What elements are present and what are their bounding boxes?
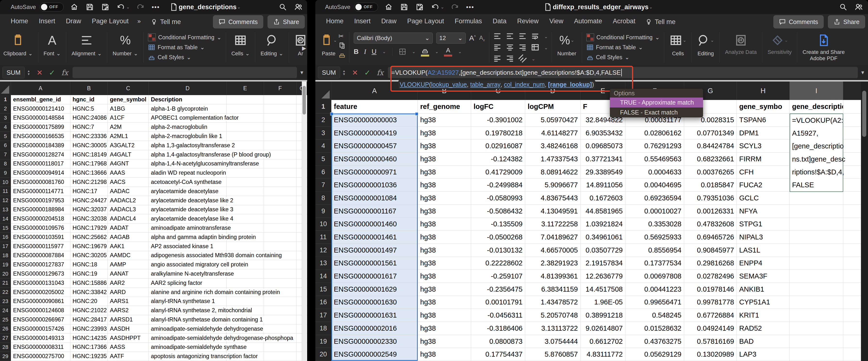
cell-ref-genome[interactable]: hg38 [418,270,471,283]
sensitivity-button[interactable]: ⌄ Sensitivity [764,30,795,65]
cell-ref-genome[interactable]: hg38 [418,218,471,231]
cell-logfc[interactable]: 0.41729009 [471,166,525,179]
ribbon-tab[interactable]: Data [493,18,506,26]
save-as-icon[interactable] [100,2,110,12]
cell-logcpm[interactable]: 4.66570005 [525,244,581,257]
cell-pvalue[interactable]: 0.00441223 [625,283,684,296]
align-left-icon[interactable] [493,43,501,52]
row-header[interactable]: 25 [0,315,11,324]
undo-icon[interactable] [116,2,126,12]
cell[interactable]: feature [331,100,418,114]
cell[interactable] [226,122,264,132]
row-header[interactable]: 6 [315,166,331,179]
cell-gene-symbol[interactable]: AADAT [108,223,149,233]
cell-hgnc-id[interactable]: HGNC:7 [70,122,108,132]
option-true-approximate[interactable]: TRUE - Approximate match [610,97,703,108]
cell-logcpm[interactable]: 4.61148277 [525,127,581,140]
save-as-icon[interactable] [415,2,425,12]
search-icon[interactable] [838,2,848,12]
cell-pvalue[interactable]: 0.05629129 [625,348,684,361]
formula-input[interactable]: =VLOOKUP(A2:A15927,[gene_descriptions.tx… [388,67,858,78]
title-chevron-icon[interactable]: ⌄ [649,4,653,10]
cell-gene-symbol[interactable]: AAGAB [108,233,149,242]
cell-hgnc-id[interactable]: HGNC:21022 [70,306,108,315]
cell-hgnc-id[interactable]: HGNC:5 [70,104,108,114]
cell-description[interactable]: acetoacetyl-CoA synthetase [149,178,226,187]
cell-logcpm[interactable]: 4.83675443 [525,192,581,205]
cell-gene-symbol[interactable]: AARSD1 [108,315,149,324]
cell-logfc[interactable]: 0.0800873 [471,335,525,348]
cell-logcpm[interactable]: 3.11722258 [525,218,581,231]
font-size-select[interactable]: 12⌄ [436,32,466,44]
row-header[interactable]: 28 [0,343,11,352]
cell-feature[interactable]: ENSG00000002016 [331,322,418,335]
cell[interactable] [264,233,297,242]
cell-gene-symbol[interactable]: A1BG [108,104,149,114]
merge-center-icon[interactable] [531,43,539,52]
cell-gene-symbol[interactable]: AASDH [108,324,149,334]
cell-ensembl-id[interactable]: ENSG00000175899 [11,122,70,132]
cell-f[interactable]: 0.37721341 [581,153,625,166]
ribbon-tab[interactable]: Formulas [455,18,482,26]
cell-description[interactable]: alpha-2-macroglobulin [149,122,226,132]
grow-font-button[interactable]: A^ [469,34,476,42]
cell[interactable] [264,242,297,251]
cell-ensembl-id[interactable]: ENSG00000124608 [11,306,70,315]
column-header[interactable]: C [108,82,149,95]
cell-logfc[interactable]: -0.135509 [471,218,525,231]
cell-fdr[interactable]: 0.01978146 [684,283,737,296]
cell[interactable] [264,278,297,288]
cell-feature[interactable]: ENSG00000001084 [331,192,418,205]
cell-feature[interactable]: ENSG00000001461 [331,231,418,244]
editing-group[interactable]: ⌄ Editing [694,30,717,65]
comments-button[interactable]: Comments [213,15,263,28]
formula-bar-expand-icon[interactable]: ▼ [299,70,304,76]
row-header[interactable]: 11 [315,231,331,244]
name-box[interactable]: SUM [318,67,340,78]
cell-ref-genome[interactable]: hg38 [418,283,471,296]
cell-gene-symbol[interactable]: AAR2 [108,278,149,288]
italic-button[interactable]: I [364,48,366,56]
cell-gene-symbol[interactable]: AARS1 [108,297,149,306]
more-commands-icon[interactable]: ••• [152,3,160,11]
cell[interactable] [264,205,297,214]
title-chevron-icon[interactable]: ⌄ [237,4,241,10]
chevron-down-icon[interactable]: ⌄ [435,49,439,54]
cell[interactable] [843,231,861,244]
cell-gene-symbol[interactable]: RAD52 [737,322,789,335]
cell-feature[interactable]: ENSG00000001631 [331,309,418,322]
cell-gene-description[interactable] [789,283,843,296]
row-header[interactable]: 14 [315,270,331,283]
clipboard-group[interactable]: Clipboard⌄ [0,30,36,65]
row-header[interactable]: 19 [315,335,331,348]
row-header[interactable]: 16 [315,296,331,309]
cell-ensembl-id[interactable]: ENSG00000184389 [11,141,70,150]
cell[interactable] [226,178,264,187]
ribbon-tab[interactable]: Page Layout [407,18,444,26]
cell[interactable] [264,343,297,352]
cell-description[interactable]: adipogenesis associated Mth938 domain co… [149,251,226,260]
cell[interactable] [843,283,861,296]
column-header[interactable]: H [737,82,789,100]
row-header[interactable]: 23 [0,297,11,306]
cell-hgnc-id[interactable]: HGNC:25662 [70,233,108,242]
cell-description[interactable]: aminoadipate aminotransferase [149,223,226,233]
row-header[interactable]: 26 [0,324,11,334]
cell[interactable] [843,192,861,205]
ribbon-tab[interactable]: Acrobat [613,18,636,26]
cell-logcpm[interactable]: 4.13049591 [525,205,581,218]
cell[interactable] [843,270,861,283]
cell[interactable] [226,132,264,141]
cell-logfc[interactable]: -0.2356475 [471,283,525,296]
arg-link[interactable]: col_index_num [504,81,545,88]
cell[interactable] [226,242,264,251]
conditional-formatting-button[interactable]: Conditional Formatting⌄ [586,32,660,42]
cell-pvalue[interactable]: 0.55469563 [625,153,684,166]
cell-description[interactable]: arylacetamide deacetylase [149,187,226,196]
cell[interactable] [843,335,861,348]
cell-ensembl-id[interactable]: ENSG00000129673 [11,269,70,278]
cell-gene-symbol[interactable]: AAK1 [108,242,149,251]
cell[interactable] [264,352,297,361]
fill-color-button[interactable] [421,47,429,57]
cell-gene-symbol[interactable]: NFYA [737,205,789,218]
